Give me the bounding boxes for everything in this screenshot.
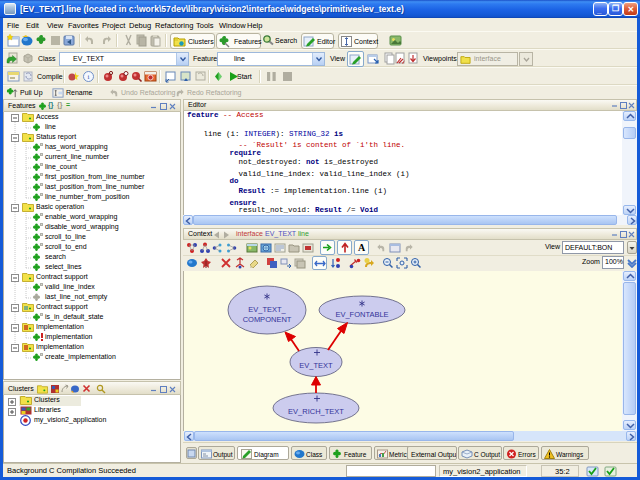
svg-text:EV_RICH_TEXT: EV_RICH_TEXT <box>288 407 344 416</box>
svg-text:COMPONENT: COMPONENT <box>243 315 292 324</box>
svg-text:i: i <box>88 73 90 81</box>
svg-text:EV_FONTABLE: EV_FONTABLE <box>335 310 388 319</box>
svg-text:EV_TEXT_: EV_TEXT_ <box>248 305 286 314</box>
svg-text:EV_TEXT: EV_TEXT <box>299 361 333 370</box>
